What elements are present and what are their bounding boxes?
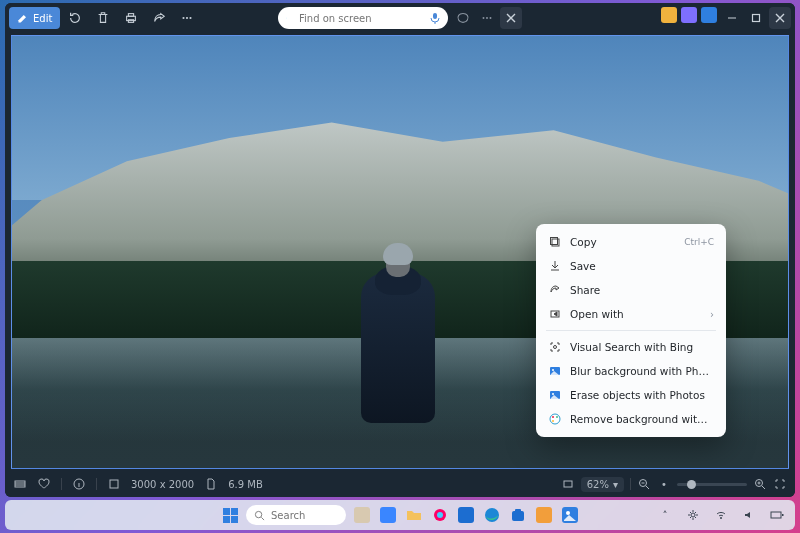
close-icon xyxy=(775,13,785,23)
trash-icon xyxy=(96,11,110,25)
menu-copy[interactable]: Copy Ctrl+C xyxy=(540,230,722,254)
image-canvas[interactable]: Copy Ctrl+C Save Share Open with › xyxy=(11,35,789,469)
zoom-in-button[interactable] xyxy=(753,477,767,491)
heart-icon xyxy=(38,478,50,490)
taskbar-photos[interactable] xyxy=(560,505,580,525)
print-button[interactable] xyxy=(118,5,144,31)
chevron-right-icon: › xyxy=(710,309,714,320)
fullscreen-button[interactable] xyxy=(773,477,787,491)
app-icon xyxy=(536,507,552,523)
find-on-screen-group xyxy=(278,7,522,29)
taskbar: ˄ xyxy=(5,500,795,530)
zoom-slider-knob[interactable] xyxy=(687,480,696,489)
taskbar-edge[interactable] xyxy=(482,505,502,525)
mic-icon[interactable] xyxy=(430,12,440,24)
zoom-slider[interactable] xyxy=(677,483,747,486)
svg-rect-39 xyxy=(512,511,524,521)
dimensions-icon xyxy=(107,477,121,491)
share-icon xyxy=(152,11,166,25)
close-icon xyxy=(506,13,516,23)
delete-button[interactable] xyxy=(90,5,116,31)
zoom-out-icon xyxy=(638,478,650,490)
battery-icon xyxy=(770,510,784,520)
info-button[interactable] xyxy=(72,477,86,491)
photos-app-icon xyxy=(548,388,562,402)
taskbar-copilot[interactable] xyxy=(430,505,450,525)
menu-erase-objects[interactable]: Erase objects with Photos xyxy=(540,383,722,407)
svg-point-43 xyxy=(566,511,570,515)
tray-settings[interactable] xyxy=(683,505,703,525)
more-icon xyxy=(480,11,494,25)
taskbar-app-4[interactable] xyxy=(534,505,554,525)
find-on-screen-bar[interactable] xyxy=(278,7,448,29)
menu-open-with[interactable]: Open with › xyxy=(540,302,722,326)
app-tile-1[interactable] xyxy=(661,7,677,23)
info-icon xyxy=(73,478,85,490)
copilot-badge-icon xyxy=(286,12,287,24)
svg-point-23 xyxy=(552,416,554,418)
fit-screen-button[interactable] xyxy=(561,477,575,491)
tray-network[interactable] xyxy=(711,505,731,525)
svg-rect-47 xyxy=(782,514,784,516)
taskbar-search-input[interactable] xyxy=(271,510,331,521)
filmstrip-button[interactable] xyxy=(13,477,27,491)
menu-save[interactable]: Save xyxy=(540,254,722,278)
svg-point-36 xyxy=(437,512,443,518)
zoom-out-button[interactable] xyxy=(637,477,651,491)
tray-chevron[interactable]: ˄ xyxy=(655,505,675,525)
gear-icon xyxy=(687,509,699,521)
volume-icon xyxy=(743,509,755,521)
svg-rect-9 xyxy=(433,13,437,19)
svg-point-12 xyxy=(490,17,492,19)
svg-rect-28 xyxy=(110,480,118,488)
minimize-button[interactable] xyxy=(721,7,743,29)
svg-point-5 xyxy=(190,17,192,19)
tray-battery[interactable] xyxy=(767,505,787,525)
taskbar-explorer[interactable] xyxy=(404,505,424,525)
rotate-button[interactable] xyxy=(62,5,88,31)
start-button[interactable] xyxy=(220,505,240,525)
minimize-icon xyxy=(727,13,737,23)
svg-point-19 xyxy=(552,369,554,371)
app-tile-3[interactable] xyxy=(701,7,717,23)
share-button[interactable] xyxy=(146,5,172,31)
photos-app-icon xyxy=(548,364,562,378)
maximize-button[interactable] xyxy=(745,7,767,29)
context-menu: Copy Ctrl+C Save Share Open with › xyxy=(536,224,726,437)
favorite-button[interactable] xyxy=(37,477,51,491)
svg-point-22 xyxy=(550,414,560,424)
find-on-screen-input[interactable] xyxy=(299,13,424,24)
menu-visual-search[interactable]: Visual Search with Bing xyxy=(540,335,722,359)
edit-button[interactable]: Edit xyxy=(9,7,60,29)
copilot-icon xyxy=(456,11,470,25)
svg-point-11 xyxy=(486,17,488,19)
zoom-dropdown[interactable]: 62%▾ xyxy=(581,477,624,492)
svg-point-45 xyxy=(720,517,722,519)
taskbar-search[interactable] xyxy=(246,505,346,525)
window-close-button[interactable] xyxy=(769,7,791,29)
windows-logo-icon xyxy=(223,508,238,523)
edge-icon xyxy=(484,507,500,523)
menu-share[interactable]: Share xyxy=(540,278,722,302)
find-close-button[interactable] xyxy=(500,7,522,29)
menu-blur-background[interactable]: Blur background with Photos xyxy=(540,359,722,383)
app-icon xyxy=(458,507,474,523)
menu-remove-background[interactable]: Remove background with Paint xyxy=(540,407,722,431)
copy-icon xyxy=(548,235,562,249)
taskbar-app-1[interactable] xyxy=(352,505,372,525)
svg-point-44 xyxy=(691,513,695,517)
svg-point-32 xyxy=(255,511,261,517)
maximize-icon xyxy=(751,13,761,23)
copilot-button[interactable] xyxy=(452,7,474,29)
more-button[interactable] xyxy=(174,5,200,31)
find-more-button[interactable] xyxy=(476,7,498,29)
dimensions-label: 3000 x 2000 xyxy=(131,479,194,490)
app-tile-2[interactable] xyxy=(681,7,697,23)
svg-rect-41 xyxy=(536,507,552,523)
taskbar-store[interactable] xyxy=(508,505,528,525)
taskbar-app-2[interactable] xyxy=(378,505,398,525)
tray-volume[interactable] xyxy=(739,505,759,525)
photos-icon xyxy=(562,507,578,523)
taskbar-app-3[interactable] xyxy=(456,505,476,525)
more-icon xyxy=(180,11,194,25)
